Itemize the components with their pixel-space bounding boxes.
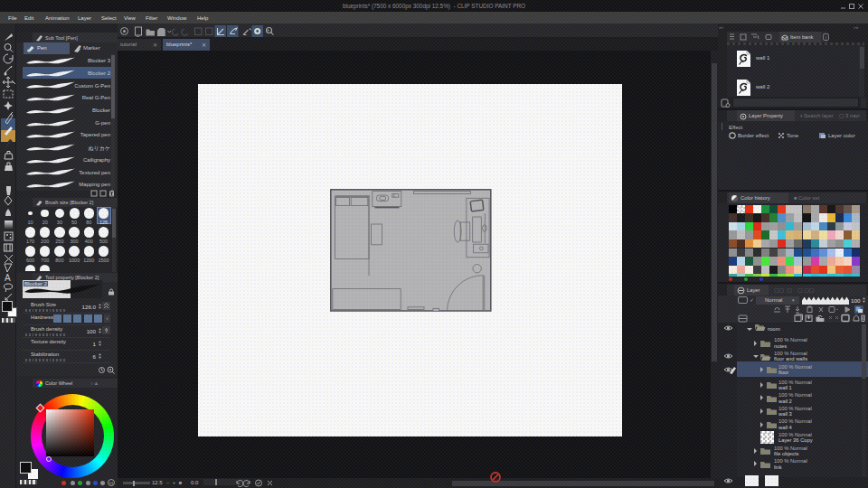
svg-text:A: A — [5, 273, 11, 283]
